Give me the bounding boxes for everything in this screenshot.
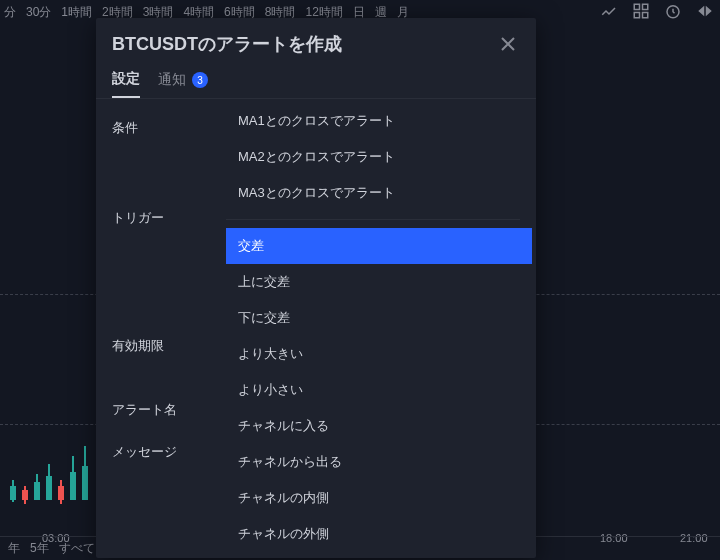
svg-rect-0 [634, 4, 639, 9]
svg-rect-2 [634, 13, 639, 18]
candlesticks [10, 466, 88, 500]
svg-rect-3 [643, 13, 648, 18]
range-item[interactable]: 年 [8, 540, 20, 557]
label-trigger: トリガー [112, 209, 226, 227]
tab-settings[interactable]: 設定 [112, 70, 140, 98]
trigger-option[interactable]: チャネルから出る [226, 444, 532, 480]
form-labels-column: 条件 トリガー 有効期限 アラート名 メッセージ [96, 99, 226, 558]
divider [226, 219, 520, 220]
range-item[interactable]: すべて [59, 540, 95, 557]
notify-badge: 3 [192, 72, 208, 88]
timeframe-item[interactable]: 30分 [26, 4, 51, 21]
tab-notify[interactable]: 通知 3 [158, 70, 208, 98]
trigger-option[interactable]: チャネルに入る [226, 408, 532, 444]
condition-option[interactable]: MA2とのクロスでアラート [226, 139, 532, 175]
tab-label: 設定 [112, 70, 140, 88]
grid-icon[interactable] [632, 2, 650, 20]
timeframe-item[interactable]: 1時間 [61, 4, 92, 21]
trigger-option-group: 交差 上に交差 下に交差 より大きい より小さい チャネルに入る チャネルから出… [226, 224, 532, 558]
condition-option[interactable]: MA3とのクロスでアラート [226, 175, 532, 211]
trigger-option[interactable]: 上に交差 [226, 264, 532, 300]
trigger-option[interactable]: 交差 [226, 228, 532, 264]
trigger-option[interactable]: より大きい [226, 336, 532, 372]
modal-title: BTCUSDTのアラートを作成 [112, 32, 342, 56]
alert-clock-icon[interactable] [664, 2, 682, 20]
trigger-option[interactable]: チャネルの内側 [226, 480, 532, 516]
chart-icon[interactable] [600, 2, 618, 20]
label-message: メッセージ [112, 443, 226, 461]
rewind-icon[interactable] [696, 2, 714, 20]
svg-rect-1 [643, 4, 648, 9]
label-alert-name: アラート名 [112, 401, 226, 419]
options-dropdown[interactable]: MA1とのクロスでアラート MA2とのクロスでアラート MA3とのクロスでアラー… [226, 99, 536, 558]
timeframe-item[interactable]: 分 [4, 4, 16, 21]
label-expiry: 有効期限 [112, 337, 226, 355]
range-item[interactable]: 5年 [30, 540, 49, 557]
close-button[interactable] [496, 32, 520, 56]
trigger-option[interactable]: チャネルの外側 [226, 516, 532, 552]
trigger-option[interactable]: 上に移動 [226, 552, 532, 558]
condition-option-group: MA1とのクロスでアラート MA2とのクロスでアラート MA3とのクロスでアラー… [226, 99, 532, 215]
tab-label: 通知 [158, 71, 186, 89]
create-alert-modal: BTCUSDTのアラートを作成 設定 通知 3 条件 トリガー 有効期限 アラー… [96, 18, 536, 558]
label-condition: 条件 [112, 119, 226, 137]
modal-tabs: 設定 通知 3 [96, 64, 536, 99]
condition-option[interactable]: MA1とのクロスでアラート [226, 103, 532, 139]
trigger-option[interactable]: より小さい [226, 372, 532, 408]
trigger-option[interactable]: 下に交差 [226, 300, 532, 336]
